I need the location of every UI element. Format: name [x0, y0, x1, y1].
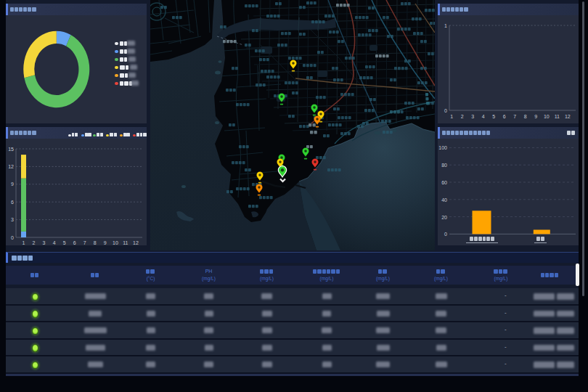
svg-text:2: 2: [33, 240, 36, 245]
svg-text:1: 1: [444, 23, 447, 28]
svg-text:20: 20: [441, 215, 447, 220]
svg-text:12: 12: [8, 164, 14, 169]
svg-text:10: 10: [113, 240, 118, 245]
svg-text:5: 5: [63, 240, 66, 245]
svg-text:8: 8: [94, 240, 97, 245]
svg-text:6: 6: [503, 114, 506, 119]
svg-text:80: 80: [441, 163, 447, 168]
svg-text:9: 9: [104, 240, 107, 245]
svg-text:3: 3: [11, 217, 14, 222]
svg-text:15: 15: [8, 147, 14, 152]
svg-text:8: 8: [524, 114, 527, 119]
svg-text:40: 40: [441, 197, 447, 203]
svg-text:7: 7: [83, 240, 86, 245]
svg-text:1: 1: [22, 240, 25, 245]
svg-text:9: 9: [11, 181, 14, 187]
svg-text:0: 0: [444, 108, 447, 113]
svg-text:1: 1: [450, 114, 453, 119]
svg-text:12: 12: [565, 114, 571, 119]
svg-text:11: 11: [123, 240, 128, 245]
svg-text:10: 10: [544, 114, 550, 119]
svg-text:7: 7: [513, 114, 516, 119]
svg-text:11: 11: [555, 114, 560, 119]
svg-text:0: 0: [11, 235, 14, 240]
svg-text:100: 100: [438, 145, 447, 150]
svg-text:2: 2: [461, 114, 464, 119]
svg-text:5: 5: [492, 114, 495, 119]
svg-text:4: 4: [53, 240, 56, 245]
svg-text:3: 3: [471, 114, 474, 119]
svg-text:60: 60: [441, 180, 447, 185]
svg-text:6: 6: [73, 240, 76, 245]
svg-text:4: 4: [482, 114, 485, 119]
svg-text:12: 12: [133, 240, 139, 245]
svg-text:6: 6: [11, 200, 14, 205]
svg-text:0: 0: [444, 232, 447, 237]
svg-text:3: 3: [43, 240, 46, 245]
svg-text:9: 9: [534, 114, 537, 119]
